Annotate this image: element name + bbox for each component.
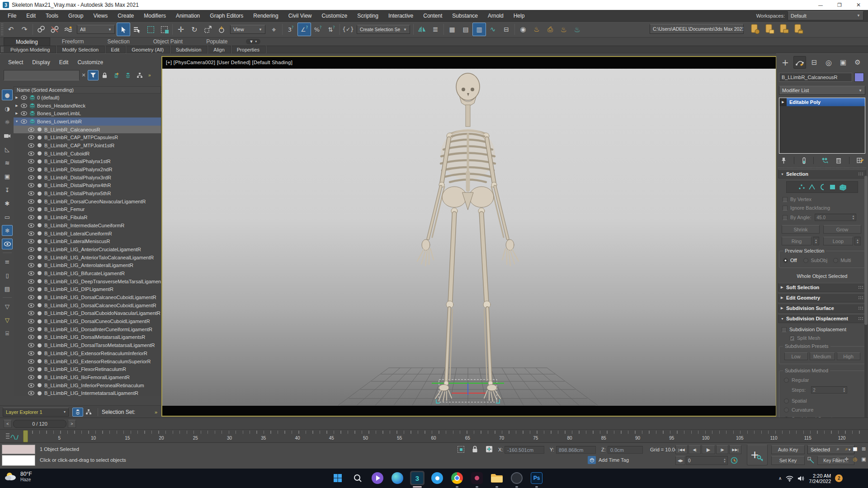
explorer-mode-dropdown[interactable]: Layer Explorer 1▾: [3, 408, 69, 417]
volume-icon[interactable]: [797, 475, 805, 482]
visibility-eye-icon[interactable]: [27, 159, 35, 164]
zoom-extents-all-icon[interactable]: ⊞: [860, 445, 868, 453]
media-app-icon[interactable]: [370, 471, 385, 485]
workspace-dropdown[interactable]: Default▼: [788, 11, 863, 20]
notification-badge[interactable]: 2: [835, 474, 843, 482]
visibility-eye-icon[interactable]: [27, 311, 35, 315]
visibility-eye-icon[interactable]: [27, 343, 35, 347]
method-spatial-radio[interactable]: [784, 399, 789, 404]
y-coord-field[interactable]: 898.868cm: [556, 446, 596, 454]
expand-icon[interactable]: ▶: [14, 112, 20, 115]
chrome-icon[interactable]: [450, 471, 464, 485]
menu-tools[interactable]: Tools: [41, 13, 63, 19]
explorer-overflow-chevron[interactable]: »: [148, 73, 151, 78]
maps-app-icon[interactable]: [430, 471, 444, 485]
save-scene-icon[interactable]: [794, 23, 804, 34]
object-color-swatch[interactable]: [854, 73, 864, 82]
current-frame-field[interactable]: 0▲▼: [686, 456, 728, 465]
schematic-view-icon[interactable]: ⊟: [500, 23, 513, 36]
maximize-viewport-icon[interactable]: ▣: [860, 455, 868, 463]
method-regular-radio[interactable]: [784, 378, 789, 383]
explorer-row[interactable]: B_LLimbR_CalcaneousR: [14, 126, 161, 134]
explorer-row[interactable]: B_LLimbR_LIG_IlioFemoralLigamentR: [14, 373, 161, 381]
selection-filter-dropdown[interactable]: All▼: [77, 25, 115, 34]
reference-coordinate-dropdown[interactable]: View▼: [230, 25, 265, 34]
visibility-eye-icon[interactable]: [27, 143, 35, 148]
ribbon-tab-modeling[interactable]: Modeling: [4, 38, 50, 46]
visibility-eye-icon[interactable]: [27, 167, 35, 172]
viewport-label[interactable]: [+] [PhysCamera002] [User Defined] [Defa…: [166, 60, 292, 65]
menu-edit[interactable]: Edit: [21, 13, 41, 19]
toolbar-drag-handle[interactable]: [1, 23, 3, 36]
display-hidden-icon[interactable]: [2, 239, 13, 249]
named-selection-dropdown[interactable]: Create Selection Se▼: [357, 25, 410, 34]
filter-icon[interactable]: [88, 70, 99, 80]
toggle-scene-explorer-icon[interactable]: ▦: [445, 23, 459, 36]
display-materials-icon[interactable]: ▣: [2, 171, 13, 182]
rollout-edit-geometry-header[interactable]: ▶Edit Geometry: [778, 293, 866, 302]
polygon-subobject-icon[interactable]: [829, 184, 836, 190]
previous-frame-icon[interactable]: ◀|: [689, 445, 701, 454]
visibility-eye-icon[interactable]: [27, 359, 35, 364]
preview-off-radio[interactable]: [783, 258, 788, 263]
explorer-menu-select[interactable]: Select: [4, 59, 28, 66]
explorer-row[interactable]: ▼Bones_LowerLimbR: [14, 117, 161, 126]
play-icon[interactable]: ▶: [702, 445, 715, 454]
loop-spinner[interactable]: ▲▼: [854, 237, 861, 245]
snaps-toggle-icon[interactable]: 3?: [284, 23, 297, 36]
object-name-field[interactable]: [779, 73, 852, 82]
visibility-eye-icon[interactable]: [27, 127, 35, 132]
weather-widget[interactable]: 80°F Haze: [5, 470, 32, 482]
explorer-row[interactable]: B_LLimbR_LIG_DorsalTarsoMetatarsalLigame…: [14, 341, 161, 349]
expand-icon[interactable]: ▶: [14, 104, 20, 108]
explorer-row[interactable]: B_LLimbR_LIG_ExtensorRetinaculumInferior…: [14, 349, 161, 357]
explorer-row[interactable]: B_LLimbR_LateralCuneiformR: [14, 230, 161, 238]
display-cameras-icon[interactable]: [2, 130, 13, 141]
ribbon-tab-selection[interactable]: Selection: [95, 38, 141, 46]
footer-overflow-chevron[interactable]: »: [155, 409, 157, 415]
ring-button[interactable]: Ring: [782, 237, 811, 245]
window-crossing-icon[interactable]: [157, 23, 171, 36]
visibility-eye-icon[interactable]: [27, 263, 35, 267]
maxscript-mini-listener-pink[interactable]: [2, 445, 35, 454]
select-and-place-icon[interactable]: [215, 23, 228, 36]
footer-hierarchy-icon[interactable]: [83, 408, 94, 417]
menu-file[interactable]: File: [3, 13, 21, 19]
explorer-row[interactable]: B_LLimbR_CAP_MTPCapsulesR: [14, 133, 161, 141]
show-end-result-icon[interactable]: [802, 157, 806, 164]
visibility-eye-icon[interactable]: [27, 287, 35, 291]
isolate-selection-icon[interactable]: [458, 446, 464, 453]
menu-animation[interactable]: Animation: [171, 13, 205, 19]
visibility-eye-icon[interactable]: [27, 191, 35, 196]
ribbon-tab-freeform[interactable]: Freeform: [50, 38, 96, 46]
collapse-icon[interactable]: ▼: [14, 120, 20, 123]
visibility-eye-icon[interactable]: [27, 183, 35, 188]
menu-graph-editors[interactable]: Graph Editors: [205, 13, 248, 19]
element-subobject-icon[interactable]: [839, 184, 847, 191]
tray-chevron-icon[interactable]: ∧: [778, 476, 782, 481]
create-tab-icon[interactable]: +: [779, 56, 792, 69]
select-link-icon[interactable]: [34, 23, 48, 36]
rendered-frame-window-icon[interactable]: ⎙: [543, 23, 557, 36]
vertex-subobject-icon[interactable]: [798, 184, 805, 190]
angle-snap-icon[interactable]: ∠?: [297, 23, 311, 36]
pin-stack-icon[interactable]: [781, 157, 787, 164]
close-icon[interactable]: ✕: [849, 0, 868, 10]
ribbon-tab-populate[interactable]: Populate: [194, 38, 239, 46]
visibility-eye-icon[interactable]: [20, 95, 28, 100]
go-to-start-icon[interactable]: |◀◀: [675, 445, 688, 454]
border-subobject-icon[interactable]: [819, 184, 826, 190]
menu-civil-view[interactable]: Civil View: [283, 13, 317, 19]
explorer-row[interactable]: B_LLimbR_LIG_DorsalInterCuneiformLigamen…: [14, 325, 161, 333]
redo-icon[interactable]: ↷: [18, 23, 31, 36]
utilities-tab-icon[interactable]: ⚙: [851, 56, 864, 69]
display-frozen-icon[interactable]: ❄: [2, 225, 13, 236]
explorer-row[interactable]: B_LLimbR_LIG_FlexorRetinaculumR: [14, 365, 161, 373]
display-shapes-icon[interactable]: ◑: [2, 103, 13, 114]
steps-spinner[interactable]: 2▲▼: [811, 386, 847, 394]
render-production-icon[interactable]: ♨: [557, 23, 571, 36]
stack-expand-icon[interactable]: ▶: [779, 98, 787, 106]
display-bones-icon[interactable]: ↧: [2, 184, 13, 195]
time-configuration-icon[interactable]: [729, 456, 740, 465]
method-curvature-radio[interactable]: [784, 408, 789, 413]
